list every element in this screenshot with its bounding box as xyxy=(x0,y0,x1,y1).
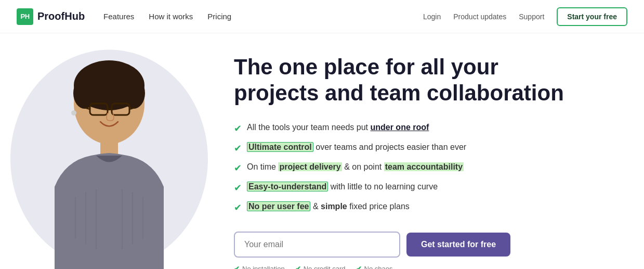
start-free-button[interactable]: Start your free xyxy=(557,7,627,26)
checkmark-icon: ✔ xyxy=(234,161,242,175)
nav-login[interactable]: Login xyxy=(423,12,441,21)
highlight-team-accountability: team accountability xyxy=(384,162,464,171)
checkmark-icon: ✔ xyxy=(234,142,242,156)
bullet-4: ✔ Easy-to-understand with little to no l… xyxy=(234,181,618,195)
check-icon: ✔ xyxy=(295,265,301,269)
nav-product-updates[interactable]: Product updates xyxy=(453,12,506,21)
nav-how-it-works[interactable]: How it works xyxy=(149,12,193,21)
get-started-button[interactable]: Get started for free xyxy=(406,233,510,257)
navbar: PH ProofHub Features How it works Pricin… xyxy=(0,0,644,33)
sub-check-no-credit-card: ✔ No credit card xyxy=(295,265,346,269)
nav-pricing[interactable]: Pricing xyxy=(207,12,231,21)
hero-content: The one place for all your projects and … xyxy=(218,33,644,269)
logo-area[interactable]: PH ProofHub xyxy=(17,8,85,25)
bullet-2: ✔ Ultimate control over teams and projec… xyxy=(234,141,618,156)
highlight-no-per-user-fee: No per user fee xyxy=(247,201,310,211)
nav-features[interactable]: Features xyxy=(103,12,134,21)
sub-checks: ✔ No installation ✔ No credit card ✔ No … xyxy=(234,265,618,269)
hero-section: The one place for all your projects and … xyxy=(0,33,644,269)
sub-check-no-chaos: ✔ No chaos xyxy=(356,265,393,269)
check-icon: ✔ xyxy=(234,265,240,269)
bullet-1: ✔ All the tools your team needs put unde… xyxy=(234,121,618,136)
logo-icon: PH xyxy=(17,8,33,25)
svg-point-9 xyxy=(71,110,76,116)
hero-person-image xyxy=(23,52,195,269)
hero-title: The one place for all your projects and … xyxy=(234,54,618,107)
highlight-easy-to-understand: Easy-to-understand xyxy=(247,182,328,191)
email-input[interactable] xyxy=(234,232,400,258)
highlight-project-delivery: project delivery xyxy=(278,162,341,171)
bullet-3: ✔ On time project delivery & on point te… xyxy=(234,161,618,175)
hero-bullets: ✔ All the tools your team needs put unde… xyxy=(234,121,618,215)
nav-links: Features How it works Pricing xyxy=(103,12,231,21)
highlight-under-one-roof: under one roof xyxy=(370,123,429,132)
checkmark-icon: ✔ xyxy=(234,201,242,215)
check-icon: ✔ xyxy=(356,265,362,269)
sub-check-no-installation: ✔ No installation xyxy=(234,265,285,269)
logo-text: ProofHub xyxy=(37,10,85,22)
cta-row: Get started for free xyxy=(234,232,618,258)
nav-support[interactable]: Support xyxy=(519,12,544,21)
hero-image-area xyxy=(0,45,218,269)
checkmark-icon: ✔ xyxy=(234,122,242,136)
checkmark-icon: ✔ xyxy=(234,181,242,195)
bullet-5: ✔ No per user fee & simple fixed price p… xyxy=(234,200,618,215)
nav-right: Login Product updates Support Start your… xyxy=(423,7,627,26)
highlight-ultimate-control: Ultimate control xyxy=(247,142,313,152)
highlight-simple: simple xyxy=(321,202,347,211)
